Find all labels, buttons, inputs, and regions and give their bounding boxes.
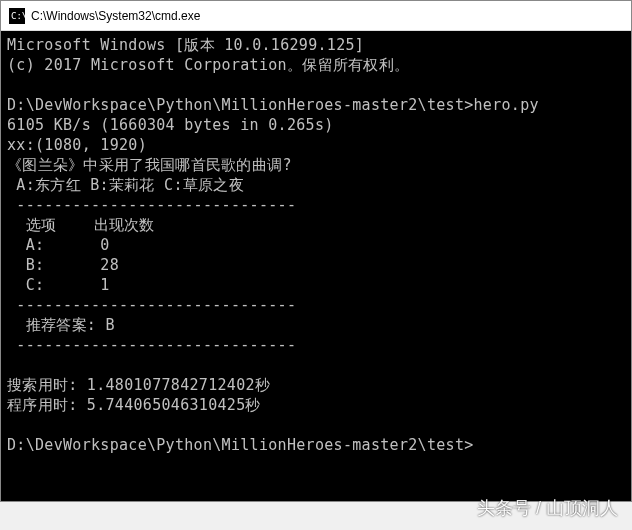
cmd-window: C:\ C:\Windows\System32\cmd.exe Microsof… [0,0,632,502]
program-time: 程序用时: 5.744065046310425秒 [7,396,261,414]
cmd-icon: C:\ [9,8,25,24]
divider-line: ------------------------------ [7,196,296,214]
divider-line: ------------------------------ [7,296,296,314]
download-speed: 6105 KB/s (1660304 bytes in 0.265s) [7,116,334,134]
recommended-answer: 推荐答案: B [7,316,115,334]
result-row-a: A: 0 [7,236,110,254]
terminal-output[interactable]: Microsoft Windows [版本 10.0.16299.125] (c… [1,31,631,501]
os-version-line: Microsoft Windows [版本 10.0.16299.125] [7,36,364,54]
result-row-c: C: 1 [7,276,110,294]
titlebar[interactable]: C:\ C:\Windows\System32\cmd.exe [1,1,631,31]
options-line: A:东方红 B:茉莉花 C:草原之夜 [7,176,244,194]
prompt-command: D:\DevWorkspace\Python\MillionHeroes-mas… [7,96,539,114]
divider-line: ------------------------------ [7,336,296,354]
prompt-idle: D:\DevWorkspace\Python\MillionHeroes-mas… [7,436,474,454]
table-header: 选项 出现次数 [7,216,155,234]
window-title: C:\Windows\System32\cmd.exe [31,9,200,23]
question-text: 《图兰朵》中采用了我国哪首民歌的曲调? [7,156,292,174]
svg-text:C:\: C:\ [11,11,25,21]
search-time: 搜索用时: 1.4801077842712402秒 [7,376,270,394]
resolution-line: xx:(1080, 1920) [7,136,147,154]
watermark-text: 头条号 / 山顶洞人 [477,496,618,520]
result-row-b: B: 28 [7,256,119,274]
copyright-line: (c) 2017 Microsoft Corporation。保留所有权利。 [7,56,409,74]
